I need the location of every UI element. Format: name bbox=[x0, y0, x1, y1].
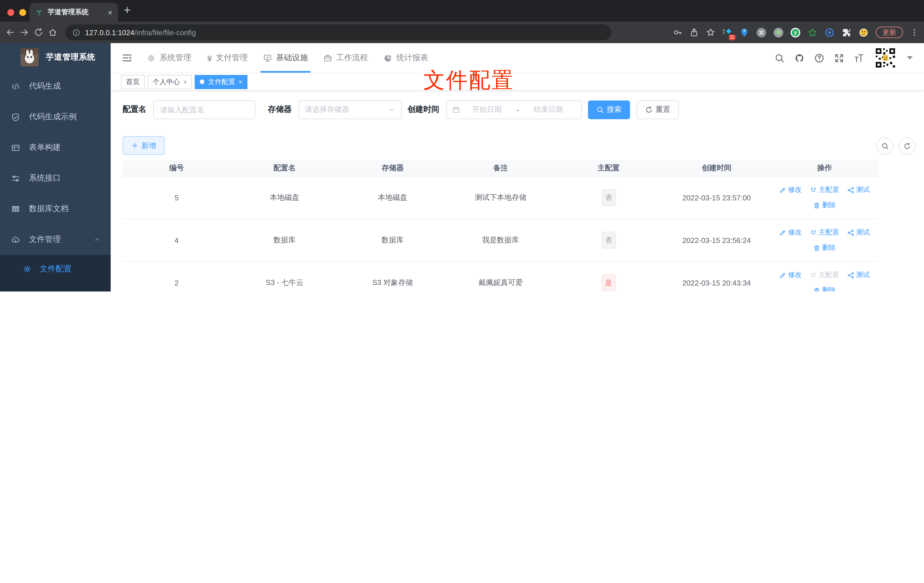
action-master-link[interactable]: 主配置 bbox=[810, 182, 839, 198]
tab-close-button[interactable]: × bbox=[108, 8, 112, 17]
sidebar-item-2[interactable]: 表单构建 bbox=[0, 132, 111, 163]
font-size-icon[interactable] bbox=[854, 53, 864, 63]
refresh-table-button[interactable] bbox=[898, 137, 916, 154]
sidebar-collapse-icon[interactable] bbox=[122, 53, 132, 63]
sidebar-item-label: 文件配置 bbox=[40, 264, 103, 274]
action-delete-link[interactable]: 删除 bbox=[813, 283, 836, 292]
action-master-link[interactable]: 主配置 bbox=[810, 225, 839, 240]
tag-close-icon[interactable]: × bbox=[183, 78, 187, 85]
window-minimize-button[interactable] bbox=[19, 9, 26, 16]
cell-storage: S3 对象存储 bbox=[338, 277, 447, 288]
sidebar-item-3[interactable]: 系统接口 bbox=[0, 163, 111, 193]
browser-tab-title: 芋道管理系统 bbox=[48, 7, 103, 17]
trash-icon bbox=[813, 287, 820, 292]
avatar-dropdown-caret[interactable] bbox=[907, 56, 912, 59]
date-start-placeholder[interactable]: 开始日期 bbox=[460, 104, 514, 115]
action-test-link[interactable]: 测试 bbox=[848, 182, 870, 198]
top-nav-item-2[interactable]: 基础设施 bbox=[256, 43, 316, 73]
cell-created: 2022-03-15 23:56:24 bbox=[663, 236, 771, 244]
extension-star-icon[interactable] bbox=[808, 28, 817, 37]
reload-button-icon[interactable] bbox=[34, 28, 43, 37]
browser-update-button[interactable]: 更新 bbox=[876, 27, 903, 38]
action-edit-link[interactable]: 修改 bbox=[780, 268, 802, 283]
config-name-input[interactable] bbox=[153, 100, 256, 119]
extensions-puzzle-icon[interactable] bbox=[842, 28, 851, 37]
extension-tabs-icon[interactable]: 11 bbox=[723, 28, 732, 37]
add-button[interactable]: 新增 bbox=[122, 136, 165, 155]
top-nav-item-0[interactable]: 系统管理 bbox=[139, 43, 199, 73]
url-bar[interactable]: 127.0.0.1:1024/infra/file/file-config bbox=[65, 25, 611, 40]
action-delete-link[interactable]: 删除 bbox=[813, 240, 836, 256]
extension-command-icon[interactable]: ⌘ bbox=[757, 28, 766, 37]
sidebar-subitem-0[interactable]: 文件配置 bbox=[0, 255, 111, 283]
search-button[interactable]: 搜索 bbox=[588, 100, 630, 119]
action-edit-link[interactable]: 修改 bbox=[780, 182, 802, 198]
tags-view: 首页个人中心×文件配置× bbox=[111, 73, 924, 91]
logo-title: 芋道管理系统 bbox=[46, 52, 95, 62]
new-tab-button[interactable]: + bbox=[124, 3, 131, 17]
sidebar-item-1[interactable]: 代码生成示例 bbox=[0, 102, 111, 132]
cell-remark: 戴佩妮真可爱 bbox=[447, 277, 555, 288]
bookmark-star-icon[interactable] bbox=[706, 28, 715, 37]
edit-icon bbox=[780, 229, 786, 236]
column-header: 存储器 bbox=[338, 163, 447, 173]
back-button-icon[interactable] bbox=[6, 28, 15, 37]
home-button-icon[interactable] bbox=[48, 28, 57, 37]
sidebar-item-0[interactable]: 代码生成 bbox=[0, 71, 111, 102]
grid-icon bbox=[12, 205, 20, 213]
top-nav-item-1[interactable]: ¥支付管理 bbox=[199, 43, 256, 73]
pie-icon bbox=[384, 54, 393, 62]
extension-dot-icon[interactable] bbox=[774, 28, 783, 37]
toggle-search-button[interactable] bbox=[876, 137, 893, 154]
magnet-icon bbox=[810, 272, 817, 278]
cell-created: 2022-03-15 23:57:00 bbox=[663, 193, 771, 202]
action-delete-link-label: 删除 bbox=[822, 198, 836, 213]
sidebar-item-4[interactable]: 数据库文档 bbox=[0, 193, 111, 224]
reset-button[interactable]: 重置 bbox=[637, 100, 679, 119]
forward-button-icon[interactable] bbox=[20, 28, 29, 37]
action-test-link-label: 测试 bbox=[856, 268, 870, 283]
sidebar-menu: 代码生成代码生成示例表单构建系统接口数据库文档文件管理文件配置文件列表配置管理A… bbox=[0, 71, 111, 292]
refresh-table-icon bbox=[903, 142, 911, 150]
browser-menu-icon[interactable] bbox=[911, 28, 918, 36]
site-info-icon[interactable] bbox=[73, 29, 80, 36]
calendar-icon bbox=[452, 106, 460, 113]
header-search-icon[interactable] bbox=[775, 53, 784, 63]
cell-remark: 我是数据库 bbox=[447, 235, 555, 245]
sliders-icon bbox=[12, 174, 20, 183]
active-tag-dot bbox=[200, 79, 205, 84]
help-icon[interactable] bbox=[815, 53, 824, 63]
fullscreen-icon[interactable] bbox=[834, 53, 844, 63]
window-close-button[interactable] bbox=[7, 9, 14, 16]
tag-0[interactable]: 首页 bbox=[121, 74, 145, 89]
github-icon[interactable] bbox=[795, 53, 804, 63]
extension-pin-icon[interactable] bbox=[739, 28, 749, 37]
top-nav-item-3[interactable]: 工作流程 bbox=[316, 43, 376, 73]
action-test-link-label: 测试 bbox=[856, 182, 870, 198]
share-icon[interactable] bbox=[690, 28, 699, 37]
date-range-picker[interactable]: 开始日期 - 结束日期 bbox=[446, 100, 582, 119]
extension-y-icon[interactable]: y bbox=[790, 28, 800, 37]
password-manager-icon[interactable] bbox=[673, 28, 682, 37]
page-content: 配置名 存储器 请选择存储器 创建时间 开始日期 - 结束日期 bbox=[111, 91, 924, 292]
sidebar-subitem-1[interactable]: 文件列表 bbox=[0, 283, 111, 292]
config-name-label: 配置名 bbox=[122, 104, 147, 115]
top-nav-item-label: 基础设施 bbox=[276, 53, 308, 63]
sidebar-logo[interactable]: 芋道管理系统 bbox=[0, 43, 111, 71]
action-edit-link[interactable]: 修改 bbox=[780, 225, 802, 240]
tag-close-icon[interactable]: × bbox=[239, 78, 243, 85]
storage-select[interactable]: 请选择存储器 bbox=[299, 100, 402, 119]
browser-tab-strip: 芋道管理系统 × + bbox=[0, 0, 924, 21]
action-test-link[interactable]: 测试 bbox=[848, 268, 870, 283]
action-delete-link[interactable]: 删除 bbox=[813, 198, 836, 213]
sidebar: 芋道管理系统 代码生成代码生成示例表单构建系统接口数据库文档文件管理文件配置文件… bbox=[0, 43, 111, 292]
tag-1[interactable]: 个人中心× bbox=[148, 74, 192, 89]
action-test-link[interactable]: 测试 bbox=[848, 225, 870, 240]
extension-eye-icon[interactable] bbox=[825, 28, 834, 37]
date-end-placeholder[interactable]: 结束日期 bbox=[521, 104, 576, 115]
tag-2[interactable]: 文件配置× bbox=[195, 74, 248, 89]
sidebar-item-5[interactable]: 文件管理 bbox=[0, 224, 111, 255]
user-avatar-qr[interactable] bbox=[874, 46, 897, 69]
browser-tab[interactable]: 芋道管理系统 × bbox=[30, 3, 118, 21]
profile-emoji-avatar[interactable] bbox=[859, 28, 868, 37]
